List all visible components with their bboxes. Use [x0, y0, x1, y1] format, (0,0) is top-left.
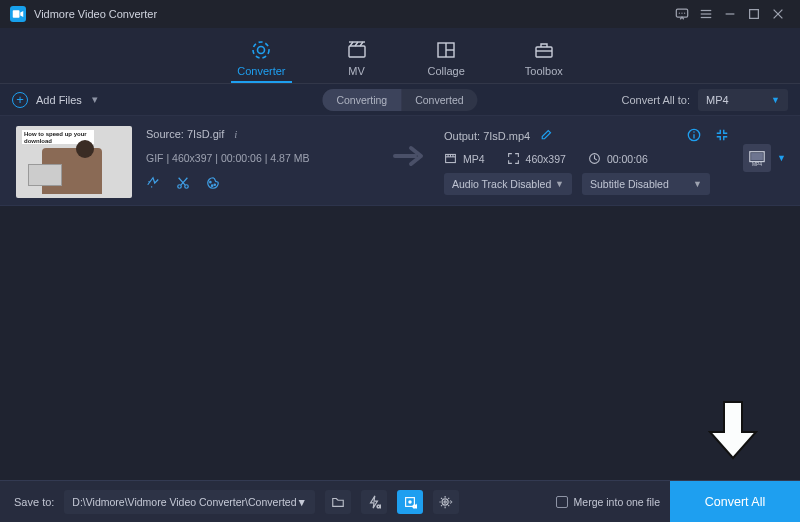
- dropdown-value: MP4: [706, 94, 729, 106]
- converter-icon: [250, 39, 272, 61]
- svg-point-21: [178, 185, 182, 189]
- svg-point-25: [214, 184, 215, 185]
- tab-collage[interactable]: Collage: [428, 39, 465, 83]
- output-profile-button[interactable]: MP4: [743, 144, 771, 172]
- svg-text:OFF: OFF: [377, 504, 381, 509]
- tab-toolbox[interactable]: Toolbox: [525, 39, 563, 83]
- settings-button[interactable]: [433, 490, 459, 514]
- info-icon[interactable]: i: [234, 128, 237, 140]
- svg-rect-36: [751, 153, 763, 160]
- svg-text:ON: ON: [413, 504, 417, 509]
- top-nav: Converter MV Collage Toolbox: [0, 28, 800, 84]
- gpu-button[interactable]: ON: [397, 490, 423, 514]
- plus-icon: +: [12, 92, 28, 108]
- select-value: Subtitle Disabled: [590, 178, 669, 190]
- merge-label: Merge into one file: [574, 496, 660, 508]
- source-column: Source: 7IsD.gif i GIF | 460x397 | 00:00…: [146, 126, 376, 190]
- convert-all-to-label: Convert All to:: [622, 94, 690, 106]
- svg-rect-14: [349, 46, 365, 57]
- maximize-button[interactable]: [742, 2, 766, 26]
- add-files-label: Add Files: [36, 94, 82, 106]
- add-files-button[interactable]: + Add Files ▾: [12, 92, 98, 108]
- bottom-bar: Save to: D:\Vidmore\Vidmore Video Conver…: [0, 480, 800, 522]
- file-list: How to speed up your download Source: 7I…: [0, 116, 800, 206]
- seg-converted[interactable]: Converted: [401, 89, 477, 111]
- palette-icon[interactable]: [206, 176, 220, 190]
- hint-arrow-icon: [704, 398, 762, 466]
- svg-point-24: [211, 185, 212, 186]
- toolbar: + Add Files ▾ Converting Converted Conve…: [0, 84, 800, 116]
- open-folder-button[interactable]: [325, 490, 351, 514]
- edit-name-icon[interactable]: [540, 129, 552, 143]
- svg-point-4: [684, 13, 685, 14]
- output-column: Output: 7IsD.mp4 MP4 460x397 00:00:06 Au…: [444, 126, 729, 195]
- svg-point-40: [408, 500, 412, 504]
- compress-icon[interactable]: [715, 128, 729, 144]
- svg-point-28: [693, 131, 695, 133]
- feedback-icon[interactable]: [670, 2, 694, 26]
- source-thumbnail[interactable]: How to speed up your download: [16, 126, 132, 198]
- close-button[interactable]: [766, 2, 790, 26]
- status-segmented: Converting Converted: [322, 89, 477, 111]
- out-resolution: 460x397: [526, 153, 566, 165]
- collage-icon: [435, 39, 457, 61]
- app-title: Vidmore Video Converter: [34, 8, 157, 20]
- profile-chevron-icon[interactable]: ▼: [777, 153, 786, 163]
- enhance-icon[interactable]: [146, 176, 160, 190]
- minimize-button[interactable]: [718, 2, 742, 26]
- file-info-icon[interactable]: [687, 128, 701, 144]
- app-logo: [10, 6, 26, 22]
- arrow-icon: [390, 144, 430, 168]
- subtitle-select[interactable]: Subtitle Disabled▼: [582, 173, 710, 195]
- checkbox-icon: [556, 496, 568, 508]
- audio-track-select[interactable]: Audio Track Disabled▼: [444, 173, 572, 195]
- tab-label: Converter: [237, 65, 285, 77]
- tab-label: Collage: [428, 65, 465, 77]
- source-label: Source: 7IsD.gif: [146, 128, 224, 140]
- svg-point-12: [253, 42, 269, 58]
- chevron-down-icon: ▾: [92, 93, 98, 106]
- cut-icon[interactable]: [176, 176, 190, 190]
- save-to-label: Save to:: [14, 496, 54, 508]
- svg-rect-9: [750, 10, 759, 19]
- select-value: Audio Track Disabled: [452, 178, 551, 190]
- menu-icon[interactable]: [694, 2, 718, 26]
- svg-point-42: [442, 498, 448, 504]
- merge-checkbox[interactable]: Merge into one file: [556, 496, 660, 508]
- mv-icon: [346, 39, 368, 61]
- svg-rect-19: [536, 47, 552, 57]
- hw-accel-button[interactable]: OFF: [361, 490, 387, 514]
- seg-converting[interactable]: Converting: [322, 89, 401, 111]
- chevron-down-icon: ▼: [555, 179, 564, 189]
- svg-point-13: [258, 47, 265, 54]
- convert-all-button[interactable]: Convert All: [670, 481, 800, 523]
- convert-all-to: Convert All to: MP4 ▼: [622, 89, 788, 111]
- tab-label: Toolbox: [525, 65, 563, 77]
- tab-converter[interactable]: Converter: [237, 39, 285, 83]
- toolbox-icon: [533, 39, 555, 61]
- output-label: Output: 7IsD.mp4: [444, 130, 530, 142]
- chevron-down-icon: ▼: [296, 496, 306, 508]
- duration-icon: [588, 152, 601, 165]
- svg-rect-0: [13, 10, 20, 18]
- convert-all-label: Convert All: [705, 495, 765, 509]
- svg-point-3: [681, 13, 682, 14]
- svg-point-2: [679, 13, 680, 14]
- out-duration: 00:00:06: [607, 153, 648, 165]
- svg-point-23: [210, 181, 211, 182]
- title-bar: Vidmore Video Converter: [0, 0, 800, 28]
- file-item: How to speed up your download Source: 7I…: [0, 116, 800, 206]
- svg-point-22: [185, 185, 189, 189]
- output-format-dropdown[interactable]: MP4 ▼: [698, 89, 788, 111]
- tab-label: MV: [348, 65, 365, 77]
- format-icon: [444, 152, 457, 165]
- chevron-down-icon: ▼: [771, 95, 780, 105]
- chevron-down-icon: ▼: [693, 179, 702, 189]
- save-path-dropdown[interactable]: D:\Vidmore\Vidmore Video Converter\Conve…: [64, 490, 315, 514]
- svg-text:MP4: MP4: [752, 162, 762, 167]
- svg-point-43: [444, 500, 446, 502]
- tab-mv[interactable]: MV: [346, 39, 368, 83]
- resolution-icon: [507, 152, 520, 165]
- out-format: MP4: [463, 153, 485, 165]
- source-meta: GIF | 460x397 | 00:00:06 | 4.87 MB: [146, 152, 376, 164]
